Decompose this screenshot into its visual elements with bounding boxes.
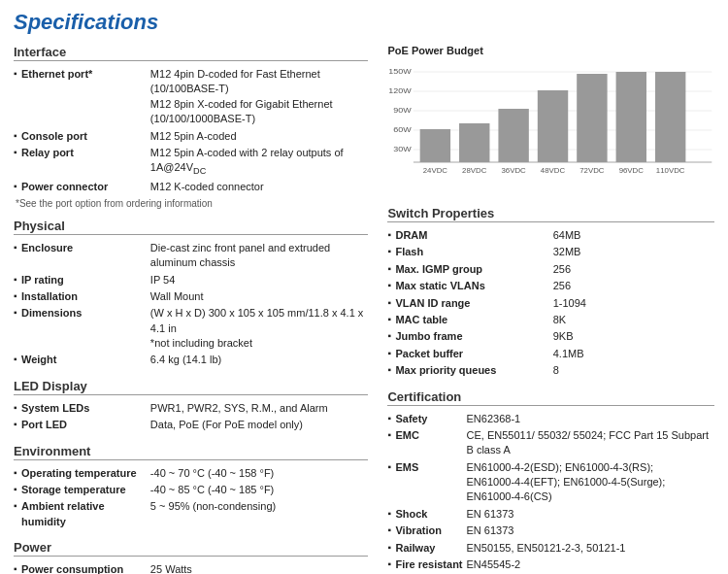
jumbo-label: Jumbo frame xyxy=(387,328,550,345)
table-row: Weight 6.4 kg (14.1 lb) xyxy=(14,352,368,368)
bar-28vdc xyxy=(459,123,489,162)
svg-text:110VDC: 110VDC xyxy=(656,166,685,174)
shock-label: Shock xyxy=(387,506,464,523)
table-row: Storage temperature -40 ~ 85 °C (-40 ~ 1… xyxy=(14,482,368,498)
section-physical: Physical xyxy=(14,219,368,235)
enclosure-label: Enclosure xyxy=(14,240,149,272)
table-row: Port LED Data, PoE (For PoE model only) xyxy=(14,417,368,433)
port-led-value: Data, PoE (For PoE model only) xyxy=(149,417,369,433)
svg-text:30W: 30W xyxy=(394,144,412,152)
table-row: Power connector M12 K-coded connector xyxy=(14,179,368,195)
svg-text:72VDC: 72VDC xyxy=(580,166,606,174)
storage-temp-value: -40 ~ 85 °C (-40 ~ 185 °F) xyxy=(149,482,369,498)
table-row: Dimensions (W x H x D) 300 x 105 x 105 m… xyxy=(14,305,368,352)
humidity-value: 5 ~ 95% (non-condensing) xyxy=(149,498,369,530)
op-temp-label: Operating temperature xyxy=(14,465,149,482)
vlans-label: Max static VLANs xyxy=(387,278,550,294)
op-temp-value: -40 ~ 70 °C (-40 ~ 158 °F) xyxy=(149,465,369,482)
interface-footnote: *See the port option from ordering infor… xyxy=(16,198,368,209)
flash-label: Flash xyxy=(387,244,550,260)
power-connector-value: M12 K-coded connector xyxy=(149,179,369,195)
mac-value: 8K xyxy=(551,312,714,328)
vlans-value: 256 xyxy=(551,278,714,294)
table-row: Enclosure Die-cast zinc front panel and … xyxy=(14,240,368,272)
igmp-label: Max. IGMP group xyxy=(387,261,550,278)
railway-label: Railway xyxy=(387,540,464,557)
dimensions-value: (W x H x D) 300 x 105 x 105 mm/11.8 x 4.… xyxy=(149,305,369,352)
table-row: Railway EN50155, EN50121-2-3, 50121-1 xyxy=(387,540,714,557)
led-table: System LEDs PWR1, PWR2, SYS, R.M., and A… xyxy=(14,400,368,434)
svg-text:150W: 150W xyxy=(389,66,412,75)
priority-queues-label: Max priority queues xyxy=(387,362,550,379)
table-row: Ethernet port* M12 4pin D-coded for Fast… xyxy=(14,66,368,128)
ems-label: EMS xyxy=(387,459,464,506)
table-row: Console port M12 5pin A-coded xyxy=(14,128,368,145)
table-row: Safety EN62368-1 xyxy=(387,411,714,427)
interface-table: Ethernet port* M12 4pin D-coded for Fast… xyxy=(14,66,368,196)
table-row: IP rating IP 54 xyxy=(14,272,368,288)
chart-title: PoE Power Budget xyxy=(387,45,714,56)
section-cert: Certification xyxy=(387,389,714,406)
svg-text:36VDC: 36VDC xyxy=(502,166,527,174)
section-power: Power xyxy=(14,540,368,557)
bar-24vdc xyxy=(420,129,450,162)
weight-label: Weight xyxy=(14,352,149,368)
table-row: Relay port M12 5pin A-coded with 2 relay… xyxy=(14,145,368,179)
section-interface: Interface xyxy=(14,45,368,61)
bar-72vdc xyxy=(578,74,608,162)
section-environment: Environment xyxy=(14,444,368,460)
flash-value: 32MB xyxy=(551,244,714,260)
environment-table: Operating temperature -40 ~ 70 °C (-40 ~… xyxy=(14,465,368,531)
section-switch: Switch Properties xyxy=(387,206,714,222)
fire-label: Fire resistant xyxy=(387,557,464,573)
power-connector-label: Power connector xyxy=(14,179,149,195)
installation-value: Wall Mount xyxy=(149,288,369,305)
enclosure-value: Die-cast zinc front panel and extruded a… xyxy=(149,240,369,272)
dram-label: DRAM xyxy=(387,227,550,244)
svg-text:24VDC: 24VDC xyxy=(423,166,448,174)
relay-label: Relay port xyxy=(14,145,149,179)
svg-text:96VDC: 96VDC xyxy=(619,166,645,174)
table-row: Ambient relative humidity 5 ~ 95% (non-c… xyxy=(14,498,368,530)
main-content: Interface Ethernet port* M12 4pin D-code… xyxy=(14,45,714,574)
shock-value: EN 61373 xyxy=(465,506,714,523)
railway-value: EN50155, EN50121-2-3, 50121-1 xyxy=(465,540,714,557)
bar-48vdc xyxy=(538,90,568,162)
packet-buffer-value: 4.1MB xyxy=(551,346,714,362)
table-row: Packet buffer 4.1MB xyxy=(387,346,714,362)
table-row: Installation Wall Mount xyxy=(14,288,368,305)
page-title: Specifications xyxy=(14,10,714,35)
table-row: VLAN ID range 1-1094 xyxy=(387,295,714,312)
table-row: Max. IGMP group 256 xyxy=(387,261,714,278)
table-row: Fire resistant EN45545-2 xyxy=(387,557,714,573)
vlan-range-value: 1-1094 xyxy=(551,295,714,312)
page: Specifications Interface Ethernet port* … xyxy=(0,0,728,574)
dimensions-label: Dimensions xyxy=(14,305,149,352)
safety-label: Safety xyxy=(387,411,464,427)
packet-buffer-label: Packet buffer xyxy=(387,346,550,362)
console-label: Console port xyxy=(14,128,149,145)
table-row: EMS EN61000-4-2(ESD); EN61000-4-3(RS);EN… xyxy=(387,459,714,506)
installation-label: Installation xyxy=(14,288,149,305)
port-led-label: Port LED xyxy=(14,417,149,433)
svg-text:120W: 120W xyxy=(389,85,412,94)
table-row: Shock EN 61373 xyxy=(387,506,714,523)
emc-label: EMC xyxy=(387,427,464,459)
svg-text:60W: 60W xyxy=(394,124,412,133)
eth-value: M12 4pin D-coded for Fast Ethernet (10/1… xyxy=(149,66,369,128)
section-led: LED Display xyxy=(14,379,368,395)
safety-value: EN62368-1 xyxy=(465,411,714,427)
relay-value: M12 5pin A-coded with 2 relay outputs of… xyxy=(149,145,369,179)
table-row: Flash 32MB xyxy=(387,244,714,260)
priority-queues-value: 8 xyxy=(551,362,714,379)
ip-value: IP 54 xyxy=(149,272,369,288)
humidity-label: Ambient relative humidity xyxy=(14,498,149,530)
bar-chart-svg: 150W 120W 90W 60W 30W xyxy=(387,60,714,196)
mac-label: MAC table xyxy=(387,312,550,328)
ems-value: EN61000-4-2(ESD); EN61000-4-3(RS);EN6100… xyxy=(465,459,714,506)
power-consumption-label: Power consumption xyxy=(14,561,149,574)
vibration-label: Vibration xyxy=(387,523,464,539)
switch-table: DRAM 64MB Flash 32MB Max. IGMP group 256… xyxy=(387,227,714,380)
bar-110vdc xyxy=(655,72,685,162)
system-leds-label: System LEDs xyxy=(14,400,149,417)
